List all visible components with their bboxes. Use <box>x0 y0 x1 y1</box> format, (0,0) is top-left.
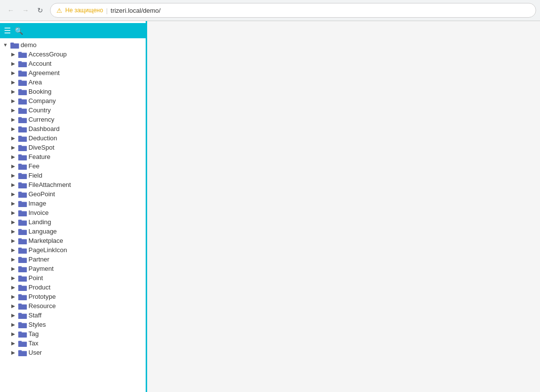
tree-item-feature[interactable]: Feature <box>0 152 146 161</box>
tree-item-deduction[interactable]: Deduction <box>0 133 146 143</box>
tree-item-demo[interactable]: demo <box>0 40 146 50</box>
tree-item-company[interactable]: Company <box>0 96 146 105</box>
folder-icon-country <box>18 107 27 114</box>
browser-toolbar: ← → ↻ ⚠ Не защищено | trizeri.local/demo… <box>0 0 540 21</box>
tree-label-staff: Staff <box>28 312 42 319</box>
svg-rect-51 <box>18 275 22 277</box>
tree-label-feature: Feature <box>28 153 51 160</box>
tree-item-staff[interactable]: Staff <box>0 311 146 320</box>
folder-icon-geopoint <box>18 191 27 198</box>
tree-item-accessgroup[interactable]: AccessGroup <box>0 50 146 59</box>
svg-rect-47 <box>18 257 22 259</box>
tree-label-accessgroup: AccessGroup <box>28 51 67 58</box>
tree-label-demo: demo <box>21 41 37 49</box>
tree-arrow-field <box>10 172 17 179</box>
folder-icon-pagelinkicon <box>18 247 27 254</box>
tree-arrow-staff <box>10 312 17 319</box>
folder-icon-field <box>18 172 27 179</box>
tree-label-pagelinkicon: PageLinkIcon <box>28 246 67 254</box>
tree-item-account[interactable]: Account <box>0 59 146 68</box>
tree-item-divespot[interactable]: DiveSpot <box>0 143 146 152</box>
back-button[interactable]: ← <box>4 3 18 17</box>
folder-icon-demo <box>10 42 19 49</box>
svg-rect-33 <box>18 191 22 193</box>
lock-icon: ⚠ <box>56 7 62 14</box>
tree-arrow-geopoint <box>10 191 17 198</box>
tree-item-invoice[interactable]: Invoice <box>0 208 146 217</box>
folder-icon-dashboard <box>18 126 27 132</box>
tree-label-language: Language <box>28 228 57 235</box>
tree-item-country[interactable]: Country <box>0 105 146 115</box>
search-icon[interactable]: 🔍 <box>15 27 23 35</box>
tree-label-partner: Partner <box>28 256 50 263</box>
tree-container: demo AccessGroup Account Agreement Area … <box>0 38 146 359</box>
tree-arrow-currency <box>10 116 17 123</box>
tree-label-payment: Payment <box>28 265 53 272</box>
tree-item-point[interactable]: Point <box>0 273 146 283</box>
tree-children: AccessGroup Account Agreement Area Booki… <box>0 50 146 357</box>
app-container: ☰ 🔍 demo AccessGroup A <box>0 21 540 392</box>
tree-item-product[interactable]: Product <box>0 283 146 292</box>
tree-label-field: Field <box>28 172 42 179</box>
tree-item-agreement[interactable]: Agreement <box>0 68 146 78</box>
tree-item-resource[interactable]: Resource <box>0 301 146 311</box>
svg-rect-37 <box>18 210 22 212</box>
tree-arrow-area <box>10 79 17 86</box>
tree-arrow-account <box>10 60 17 67</box>
folder-icon-landing <box>18 219 27 226</box>
tree-item-fileattachment[interactable]: FileAttachment <box>0 180 146 189</box>
reload-button[interactable]: ↻ <box>33 3 47 17</box>
folder-icon-staff <box>18 312 27 319</box>
tree-item-marketplace[interactable]: Marketplace <box>0 236 146 245</box>
tree-arrow-deduction <box>10 135 17 142</box>
folder-icon-currency <box>18 116 27 123</box>
folder-icon-invoice <box>18 209 27 216</box>
tree-item-language[interactable]: Language <box>0 227 146 236</box>
tree-label-tag: Tag <box>28 330 39 338</box>
folder-icon-feature <box>18 154 27 160</box>
tree-label-currency: Currency <box>28 116 54 123</box>
tree-item-tag[interactable]: Tag <box>0 329 146 339</box>
tree-item-partner[interactable]: Partner <box>0 255 146 264</box>
address-bar[interactable]: ⚠ Не защищено | trizeri.local/demo/ <box>50 3 536 18</box>
tree-item-tax[interactable]: Tax <box>0 339 146 348</box>
tree-item-user[interactable]: User <box>0 348 146 357</box>
tree-item-geopoint[interactable]: GeoPoint <box>0 189 146 199</box>
svg-rect-39 <box>18 219 22 221</box>
tree-item-landing[interactable]: Landing <box>0 217 146 227</box>
svg-rect-61 <box>18 322 22 324</box>
tree-label-fee: Fee <box>28 162 39 170</box>
svg-rect-13 <box>18 98 22 100</box>
tree-item-area[interactable]: Area <box>0 78 146 87</box>
folder-icon-prototype <box>18 293 27 300</box>
tree-item-dashboard[interactable]: Dashboard <box>0 124 146 133</box>
folder-icon-company <box>18 98 27 105</box>
tree-arrow-fileattachment <box>10 182 17 188</box>
tree-label-divespot: DiveSpot <box>28 144 54 151</box>
tree-item-pagelinkicon[interactable]: PageLinkIcon <box>0 245 146 255</box>
address-separator: | <box>106 7 107 14</box>
folder-icon-tax <box>18 340 27 347</box>
forward-button[interactable]: → <box>19 3 32 17</box>
tree-item-payment[interactable]: Payment <box>0 264 146 273</box>
tree-label-booking: Booking <box>28 88 51 95</box>
tree-item-field[interactable]: Field <box>0 171 146 180</box>
svg-rect-63 <box>18 331 22 333</box>
svg-rect-23 <box>18 145 22 147</box>
tree-label-deduction: Deduction <box>28 134 57 142</box>
tree-label-tax: Tax <box>28 340 38 347</box>
tree-item-currency[interactable]: Currency <box>0 115 146 124</box>
tree-label-styles: Styles <box>28 321 46 328</box>
tree-label-geopoint: GeoPoint <box>28 190 55 198</box>
tree-arrow-partner <box>10 256 17 263</box>
tree-item-fee[interactable]: Fee <box>0 161 146 171</box>
browser-chrome: ← → ↻ ⚠ Не защищено | trizeri.local/demo… <box>0 0 540 21</box>
tree-item-image[interactable]: Image <box>0 199 146 208</box>
tree-item-prototype[interactable]: Prototype <box>0 292 146 301</box>
tree-item-styles[interactable]: Styles <box>0 320 146 329</box>
tree-arrow-styles <box>10 321 17 328</box>
tree-item-booking[interactable]: Booking <box>0 87 146 96</box>
folder-icon-area <box>18 79 27 86</box>
menu-icon[interactable]: ☰ <box>4 26 11 35</box>
insecure-label: Не защищено <box>65 7 103 14</box>
